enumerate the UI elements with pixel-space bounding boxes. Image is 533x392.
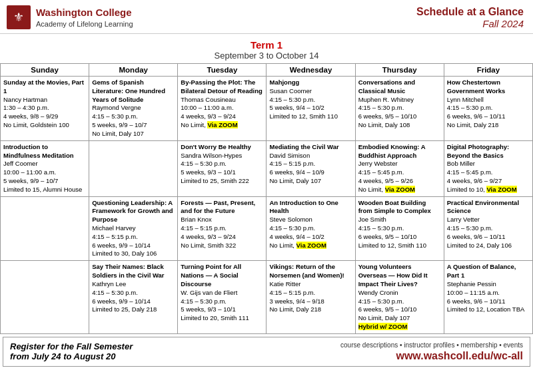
zoom-badge: Via ZOOM: [207, 121, 237, 128]
cell-fri-1: How Chestertown Government Works Lynn Mi…: [444, 77, 532, 141]
header-wednesday: Wednesday: [266, 64, 355, 77]
term-dates: September 3 to October 14: [0, 51, 533, 61]
table-row-1: Sunday at the Movies, Part 1 Nancy Hartm…: [1, 77, 533, 141]
cell-thu-3: Wooden Boat Building from Simple to Comp…: [355, 196, 444, 261]
zoom-badge: Via ZOOM: [385, 186, 415, 193]
course-instructor: Michael Harvey: [92, 224, 175, 233]
course-time: 4:15 – 5:45 p.m.: [447, 168, 530, 177]
course-title: Turning Point for All Nations — A Social…: [181, 263, 263, 288]
schedule-title: Schedule at a Glance: [416, 6, 524, 18]
schedule-subtitle: Fall 2024: [416, 18, 524, 29]
cell-thu-1: Conversations and Classical Music Muphen…: [355, 77, 444, 141]
course-instructor: Lynn Mitchell: [447, 96, 530, 104]
cell-tue-3: Forests — Past, Present, and for the Fut…: [178, 196, 266, 261]
course-time: 4:15 – 5:30 p.m.: [358, 224, 441, 233]
zoom-badge: Via ZOOM: [486, 186, 516, 193]
course-instructor: Raymond Vergne: [92, 104, 175, 112]
course-time: 4:15 – 5:15 p.m.: [92, 233, 175, 242]
header-left: ⚜ Washington College Academy of Lifelong…: [7, 5, 133, 29]
cell-mon-4: Say Their Names: Black Soldiers in the C…: [89, 261, 178, 334]
course-limit: Limited to 12, Location TBA: [447, 305, 530, 314]
course-limit: No Limit, Via ZOOM: [269, 242, 352, 250]
course-title: An Introduction to One Health: [269, 199, 352, 216]
course-weeks: 4 weeks, 9/4 – 10/2: [269, 233, 352, 242]
header-sunday: Sunday: [1, 64, 89, 77]
course-instructor: Katie Ritter: [269, 280, 352, 289]
course-instructor: Kathryn Lee: [92, 280, 175, 289]
table-row-3: Questioning Leadership: A Framework for …: [1, 196, 533, 261]
cell-fri-3: Practical Environmental Science Larry Ve…: [444, 196, 532, 261]
course-weeks: 4 weeks, 9/3 – 9/24: [181, 112, 263, 121]
course-limit: Limited to 25, Daly 218: [92, 305, 175, 314]
course-limit: No Limit, Daly 218: [269, 305, 352, 314]
course-weeks: 4 weeks, 9/3 – 9/24: [181, 233, 263, 242]
college-sub-name: Academy of Lifelong Learning: [36, 19, 133, 29]
header-monday: Monday: [89, 64, 178, 77]
course-instructor: Jeff Coomer: [3, 160, 86, 168]
course-title: Mahjongg: [269, 79, 352, 87]
course-instructor: Muphen R. Whitney: [358, 96, 441, 104]
course-time: 4:15 – 5:45 p.m.: [358, 168, 441, 177]
course-instructor: Steve Solomon: [269, 216, 352, 224]
course-time: 10:00 – 11:00 a.m.: [181, 104, 263, 112]
course-instructor: Nancy Hartman: [3, 96, 86, 104]
course-title: Conversations and Classical Music: [358, 79, 441, 96]
course-limit: No Limit, Daly 108: [358, 121, 441, 130]
course-weeks: 4 weeks, 9/5 – 9/26: [358, 177, 441, 186]
footer-url: www.washcoll.edu/wc-all: [340, 350, 523, 362]
course-instructor: Wendy Cronin: [358, 289, 441, 297]
term-header: Term 1 September 3 to October 14: [0, 34, 533, 63]
cell-wed-2: Mediating the Civil War David Simison 4:…: [266, 140, 355, 196]
cell-sun-2: Introduction to Mindfulness Meditation J…: [1, 140, 89, 196]
course-weeks: 5 weeks, 9/4 – 10/2: [269, 104, 352, 112]
course-time: 4:15 – 5:30 p.m.: [92, 112, 175, 121]
course-title: Introduction to Mindfulness Meditation: [3, 143, 86, 160]
course-weeks: 6 weeks, 9/4 – 10/9: [269, 168, 352, 177]
cell-tue-2: Don't Worry Be Healthy Sandra Wilson-Hyp…: [178, 140, 266, 196]
cell-fri-4: A Question of Balance, Part 1 Stephanie …: [444, 261, 532, 334]
footer-register: Register for the Fall Semester from July…: [10, 341, 133, 361]
course-instructor: Joe Smith: [358, 216, 441, 224]
course-limit: Limited to 25, Smith 222: [181, 177, 263, 186]
course-time: 4:15 – 5:30 p.m.: [181, 297, 263, 306]
course-time: 4:15 – 5:15 p.m.: [269, 289, 352, 297]
course-title: Mediating the Civil War: [269, 143, 352, 152]
course-limit: Limited to 12, Smith 110: [358, 242, 441, 250]
course-time: 4:15 – 5:15 p.m.: [269, 160, 352, 168]
course-limit: Limited to 10, Via ZOOM: [447, 186, 530, 194]
register-text: Register for the Fall Semester: [10, 341, 133, 351]
course-weeks: 6 weeks, 9/5 – 10/10: [358, 112, 441, 121]
course-instructor: Susan Coomer: [269, 87, 352, 96]
course-instructor: Larry Vetter: [447, 216, 530, 224]
course-limit: Limited to 24, Daly 106: [447, 242, 530, 250]
course-limit: No Limit, Daly 107: [92, 130, 175, 138]
course-title: Vikings: Return of the Norsemen (and Wom…: [269, 263, 352, 280]
course-time: 4:15 – 5:30 p.m.: [269, 224, 352, 233]
course-limit: Limited to 20, Smith 111: [181, 314, 263, 323]
course-title: How Chestertown Government Works: [447, 79, 530, 96]
cell-tue-4: Turning Point for All Nations — A Social…: [178, 261, 266, 334]
course-weeks: 6 weeks, 9/6 – 10/11: [447, 233, 530, 242]
course-time: 4:15 – 5:15 p.m.: [181, 224, 263, 233]
header-friday: Friday: [444, 64, 532, 77]
course-title: Embodied Knowing: A Buddhist Approach: [358, 143, 441, 160]
course-weeks: 5 weeks, 9/9 – 10/7: [92, 121, 175, 130]
course-limit: No Limit, Daly 107: [358, 314, 441, 323]
course-title: Don't Worry Be Healthy: [181, 143, 263, 152]
cell-sun-3: [1, 196, 89, 261]
cell-thu-2: Embodied Knowing: A Buddhist Approach Je…: [355, 140, 444, 196]
course-time: 4:15 – 5:30 p.m.: [447, 104, 530, 112]
course-instructor: Brian Knox: [181, 216, 263, 224]
course-weeks: 5 weeks, 9/9 – 10/7: [3, 177, 86, 186]
course-weeks: 3 weeks, 9/4 – 9/18: [269, 297, 352, 306]
cell-sun-1: Sunday at the Movies, Part 1 Nancy Hartm…: [1, 77, 89, 141]
cell-mon-1: Gems of Spanish Literature: One Hundred …: [89, 77, 178, 141]
course-weeks: 6 weeks, 9/6 – 10/11: [447, 112, 530, 121]
course-time: 4:15 – 5:30 p.m.: [269, 96, 352, 104]
cell-wed-4: Vikings: Return of the Norsemen (and Wom…: [266, 261, 355, 334]
table-row-4: Say Their Names: Black Soldiers in the C…: [1, 261, 533, 334]
term-title: Term 1: [0, 39, 533, 51]
cell-wed-1: Mahjongg Susan Coomer 4:15 – 5:30 p.m. 5…: [266, 77, 355, 141]
schedule-table: Sunday Monday Tuesday Wednesday Thursday…: [0, 63, 533, 334]
course-title: Forests — Past, Present, and for the Fut…: [181, 199, 263, 216]
